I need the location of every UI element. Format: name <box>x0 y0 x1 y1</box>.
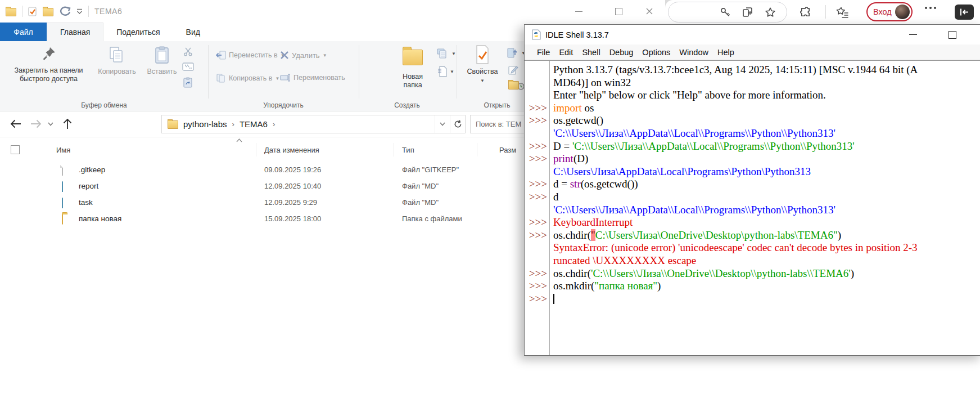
menu-debug[interactable]: Debug <box>605 48 638 57</box>
forward-button[interactable] <box>28 116 44 132</box>
shell-line: print(D) <box>553 153 980 166</box>
prompt: >>> <box>525 293 547 306</box>
idle-titlebar: IDLE Shell 3.13.7 <box>525 25 980 44</box>
idle-minimize-button[interactable] <box>900 25 926 44</box>
desktop: Вход TEM <box>0 0 980 407</box>
select-all-checkbox[interactable] <box>11 145 20 154</box>
up-button[interactable] <box>60 116 75 132</box>
file-type: Файл "MD" <box>402 198 439 207</box>
copy-to-label: Копировать в <box>229 74 272 82</box>
tab-Поделиться[interactable]: Поделиться <box>103 23 173 41</box>
new-item-button[interactable]: ▼ <box>437 66 454 77</box>
recent-locations-chevron-icon[interactable] <box>45 116 56 132</box>
breadcrumb-item[interactable]: TEMA6 <box>240 119 268 129</box>
rename-button[interactable]: Переименовать <box>280 74 345 82</box>
token-out: 'C:\\Users\\Лиза\\AppData\\Local\\Progra… <box>553 204 836 216</box>
password-key-icon[interactable] <box>718 5 733 20</box>
token-plain: os.chdir( <box>553 267 591 279</box>
column-header[interactable]: Разм <box>499 146 516 154</box>
cut-button[interactable] <box>183 47 193 56</box>
paste-shortcut-button[interactable] <box>183 77 192 88</box>
prompt: >>> <box>525 280 547 293</box>
explorer-maximize-button[interactable] <box>606 0 631 23</box>
open-button[interactable]: ▼ <box>507 48 526 58</box>
column-divider[interactable] <box>477 143 477 156</box>
column-header[interactable]: Имя <box>56 146 70 154</box>
copy-button[interactable]: Копировать <box>92 45 142 76</box>
pin-label2: быстрого доступа <box>20 75 78 83</box>
copy-path-button[interactable] <box>182 62 194 71</box>
history-button[interactable] <box>508 79 525 90</box>
folder-icon[interactable] <box>43 8 53 16</box>
favorites-star-icon[interactable] <box>763 5 778 20</box>
tab-Вид[interactable]: Вид <box>173 23 213 41</box>
new-folder-button[interactable]: Новая папка <box>392 45 433 90</box>
extensions-puzzle-icon[interactable] <box>798 5 812 20</box>
address-bar[interactable]: python-labs›TEMA6› <box>161 115 466 133</box>
more-menu-icon[interactable] <box>925 7 936 9</box>
menu-options[interactable]: Options <box>638 48 675 57</box>
shell-line: 'C:\\Users\\Лиза\\AppData\\Local\\Progra… <box>553 127 980 140</box>
collections-icon[interactable] <box>740 5 755 20</box>
shell-line: MD64)] on win32 <box>553 77 980 90</box>
idle-window: IDLE Shell 3.13.7 FileEditShellDebugOpti… <box>524 24 980 356</box>
refresh-icon[interactable] <box>450 115 465 133</box>
properties-button[interactable]: Свойства▼ <box>462 45 503 85</box>
divider <box>88 6 89 17</box>
token-plain: Python 3.13.7 (tags/v3.13.7:bcee1c3, Aug… <box>553 64 918 75</box>
copy-label: Копировать <box>92 68 142 76</box>
column-divider[interactable] <box>394 143 394 156</box>
menu-edit[interactable]: Edit <box>554 48 577 57</box>
window-title: TEMA6 <box>94 7 122 16</box>
prompt <box>525 77 547 90</box>
token-plain: D = <box>553 140 572 152</box>
copy-to-button[interactable]: Копировать в▼ <box>216 74 279 83</box>
column-header[interactable]: Тип <box>402 146 414 154</box>
new-folder-icon <box>403 50 423 65</box>
easy-access-button[interactable]: ▼ <box>436 48 456 59</box>
idle-shell[interactable]: >>>>>>>>>>>>>>>>>>>>>>>>>>>>>>>>> Python… <box>525 60 980 355</box>
menu-window[interactable]: Window <box>675 48 713 57</box>
breadcrumb-chevron-icon[interactable]: › <box>232 120 234 128</box>
move-to-button[interactable]: Переместить в▼ <box>216 51 285 60</box>
ribbon-group-label: Упорядочить <box>263 101 303 109</box>
paste-button[interactable]: Вставить <box>143 45 180 76</box>
explorer-titlebar: TEMA6 <box>0 0 665 23</box>
idle-app-icon <box>531 29 541 40</box>
token-plain: os.mkdir( <box>553 280 594 292</box>
menu-help[interactable]: Help <box>713 48 739 57</box>
menu-shell[interactable]: Shell <box>577 48 604 57</box>
shell-line: Python 3.13.7 (tags/v3.13.7:bcee1c3, Aug… <box>553 64 980 77</box>
explorer-close-button[interactable] <box>636 0 662 23</box>
sidebar-toggle-icon[interactable] <box>955 5 974 20</box>
token-out: C:\Users\Лиза\AppData\Local\Programs\Pyt… <box>553 166 811 177</box>
idle-maximize-button[interactable] <box>940 25 965 44</box>
breadcrumb-chevron-icon[interactable]: › <box>273 120 275 128</box>
edit-button[interactable] <box>508 65 518 75</box>
column-header[interactable]: Дата изменения <box>264 146 319 154</box>
breadcrumb-item[interactable]: python-labs <box>183 119 227 129</box>
prompt: >>> <box>525 229 547 242</box>
tab-Файл[interactable]: Файл <box>0 23 47 41</box>
back-button[interactable] <box>8 116 24 132</box>
explorer-minimize-button[interactable] <box>566 0 591 23</box>
file-name: task <box>79 198 93 207</box>
folder-icon[interactable] <box>6 8 16 16</box>
redo-arrow-icon[interactable] <box>59 6 71 16</box>
signin-button[interactable]: Вход <box>866 2 913 21</box>
token-plain: os.chdir( <box>553 229 591 241</box>
tab-Главная[interactable]: Главная <box>47 23 103 41</box>
column-divider[interactable] <box>256 143 256 156</box>
properties-check-icon[interactable] <box>28 7 37 16</box>
delete-button[interactable]: Удалить▼ <box>280 51 327 60</box>
shell-line: d <box>553 191 980 204</box>
shell-text: Python 3.13.7 (tags/v3.13.7:bcee1c3, Aug… <box>553 64 980 305</box>
prompt: >>> <box>525 140 547 153</box>
pin-quick-access-button[interactable]: Закрепить на панели быстрого доступа <box>11 45 86 83</box>
address-dropdown-chevron-icon[interactable] <box>435 115 450 133</box>
file-date: 15.09.2025 18:00 <box>264 214 321 223</box>
menu-file[interactable]: File <box>532 48 554 57</box>
favorites-hub-icon[interactable] <box>836 5 850 20</box>
customize-qat-chevron-icon[interactable] <box>76 8 83 14</box>
prompt <box>525 89 547 102</box>
